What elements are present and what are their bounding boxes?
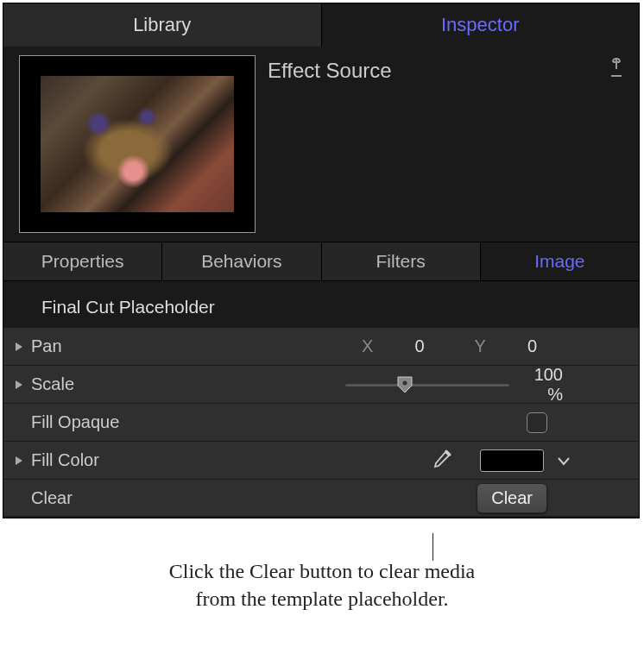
preview-image	[41, 76, 234, 212]
inspector-panel: Library Inspector Effect Source Properti…	[3, 3, 640, 518]
param-row-scale: Scale 100 %	[3, 366, 639, 404]
tab-filters[interactable]: Filters	[322, 242, 481, 280]
parameters-list: Pan X 0 Y 0 Scale	[3, 328, 639, 518]
pin-icon[interactable]	[608, 57, 625, 79]
callout-text: Click the Clear button to clear media fr…	[158, 557, 486, 613]
param-label: Scale	[31, 374, 169, 394]
sub-tab-bar: Properties Behaviors Filters Image	[3, 242, 639, 281]
disclosure-triangle-icon[interactable]	[12, 378, 26, 392]
tab-library[interactable]: Library	[3, 3, 322, 47]
header-area: Effect Source	[3, 47, 639, 242]
param-row-fill-color: Fill Color	[3, 442, 639, 480]
pan-y-value[interactable]: 0	[527, 336, 537, 356]
tab-properties[interactable]: Properties	[3, 242, 162, 280]
param-label: Clear	[31, 488, 169, 508]
tab-behaviors[interactable]: Behaviors	[162, 242, 321, 280]
param-label: Pan	[31, 336, 169, 356]
pan-y-label: Y	[475, 336, 486, 356]
param-row-clear: Clear Clear	[3, 480, 639, 518]
clear-button[interactable]: Clear	[477, 483, 547, 513]
param-label: Fill Color	[31, 450, 169, 470]
tab-inspector[interactable]: Inspector	[322, 3, 640, 47]
tab-image[interactable]: Image	[481, 242, 639, 280]
pan-x-value[interactable]: 0	[414, 336, 424, 356]
param-row-fill-opaque: Fill Opaque	[3, 404, 639, 442]
disclosure-triangle-icon[interactable]	[12, 340, 26, 354]
top-tab-bar: Library Inspector	[3, 3, 639, 47]
param-row-pan: Pan X 0 Y 0	[3, 328, 639, 366]
scale-value[interactable]: 100 %	[528, 365, 623, 405]
disclosure-triangle-icon[interactable]	[12, 454, 26, 468]
pan-x-label: X	[362, 336, 373, 356]
scale-slider[interactable]	[345, 376, 509, 393]
slider-thumb-icon[interactable]	[397, 376, 413, 393]
eyedropper-icon[interactable]	[430, 449, 452, 472]
chevron-down-icon[interactable]	[556, 453, 571, 468]
preview-thumbnail[interactable]	[19, 55, 256, 233]
source-title: Effect Source	[268, 55, 392, 233]
section-heading: Final Cut Placeholder	[3, 281, 639, 328]
param-label: Fill Opaque	[31, 412, 169, 432]
fill-opaque-checkbox[interactable]	[527, 412, 547, 433]
svg-point-1	[403, 380, 407, 385]
fill-color-well[interactable]	[480, 449, 544, 472]
